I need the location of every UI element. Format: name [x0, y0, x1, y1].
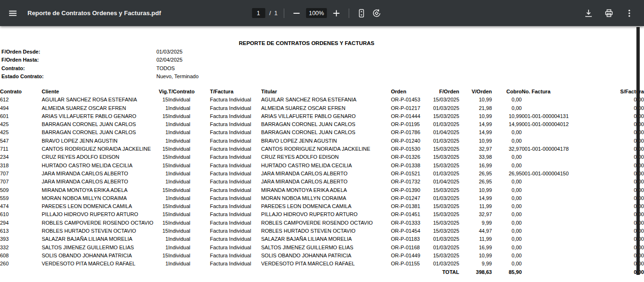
col-t-factura: T/Factura: [210, 88, 261, 96]
filter-row: Contrato: TODOS: [0, 64, 379, 73]
cell-titular: HURTADO CASTRO MELIDA CECILIA: [261, 162, 391, 170]
zoom-level-input[interactable]: 100%: [306, 8, 327, 18]
cell-contrato: 612: [0, 96, 42, 104]
cell-titular: MORAN NOBOA MILLYN CORAIMA: [261, 194, 391, 202]
cell-vig: 15: [159, 210, 168, 218]
printer-icon: [604, 9, 614, 18]
cell-v-orden: 10,99: [459, 186, 492, 194]
cell-t-contrato: Individual: [168, 170, 210, 178]
cell-vig: 1: [159, 104, 168, 112]
cell-no-factura: 001-001-000004131: [522, 112, 576, 120]
cell-t-contrato: Individual: [168, 104, 210, 112]
cell-contrato: 474: [0, 202, 42, 210]
cell-vig: 1: [159, 194, 168, 202]
cell-orden: OR-P-01449: [391, 252, 433, 260]
cell-s-factura: 0,00: [576, 210, 644, 218]
cell-orden: OR-P-01453: [391, 96, 433, 104]
cell-t-contrato: Individual: [168, 235, 210, 243]
more-options-button[interactable]: [622, 6, 636, 20]
cell-titular: MIRANDA MONTOYA ERIKA ADELA: [261, 186, 391, 194]
cell-f-orden: 15/03/2025: [433, 112, 459, 120]
cell-vig: 1: [159, 260, 168, 268]
cell-t-factura: Factura Individual: [210, 153, 261, 161]
cell-t-factura: Factura Individual: [210, 210, 261, 218]
cell-s-factura: 0,00: [576, 252, 644, 260]
cell-f-orden: 01/03/2025: [433, 235, 459, 243]
cell-s-factura: 0,00: [576, 227, 644, 235]
cell-v-orden: 9,99: [459, 260, 492, 268]
table-row: 474PAREDES LEON DOMENICA CAMILA15Individ…: [0, 202, 644, 210]
cell-orden: OR-P-01326: [391, 153, 433, 161]
cell-vig: 15: [159, 145, 168, 153]
col-orden: Orden: [391, 88, 433, 96]
cell-vig: 15: [159, 186, 168, 194]
cell-vig: 1: [159, 235, 168, 243]
col-s-factura: S/Factura: [576, 88, 644, 96]
zoom-out-button[interactable]: [290, 7, 303, 19]
cell-v-orden: 21,98: [459, 104, 492, 112]
menu-button[interactable]: [6, 6, 20, 20]
cell-titular: SALAZAR BAJAÑA LILIANA MORELIA: [261, 235, 391, 243]
cell-vig: 1: [159, 137, 168, 145]
cell-t-factura: Factura Individual: [210, 170, 261, 178]
cell-cliente: CANTOS RODRIGUEZ NORAIDA JACKELINE: [42, 145, 159, 153]
cell-t-contrato: Individual: [168, 227, 210, 235]
cell-orden: OR-P-01451: [391, 210, 433, 218]
cell-orden: OR-P-01444: [391, 112, 433, 120]
cell-cobro: 0,00: [492, 235, 522, 243]
vertical-scrollbar[interactable]: [636, 27, 640, 275]
table-row: 612AGUILAR SANCHEZ ROSA ESTEFANIA15Indiv…: [0, 96, 644, 104]
cell-titular: VERDESOTO PITA MARCELO RAFAEL: [261, 260, 391, 268]
pdf-page: REPORTE DE CONTRATOS ORDENES Y FACTURAS …: [0, 27, 644, 282]
total-label: TOTAL: [433, 268, 459, 276]
cell-cobro: 26,95: [492, 170, 522, 178]
table-row: 294ROBLES CAMPOVERDE ROSENDO OCTAVIO15In…: [0, 219, 644, 227]
plus-icon: [332, 9, 341, 18]
fit-to-page-icon: [357, 9, 366, 18]
cell-f-orden: 15/03/2025: [433, 96, 459, 104]
zoom-in-button[interactable]: [330, 7, 343, 19]
cell-cliente: ALMEIDA SUAREZ OSCAR EFREN: [42, 104, 159, 112]
filter-value: TODOS: [156, 64, 175, 73]
cell-v-orden: 16,99: [459, 162, 492, 170]
cell-v-orden: 14,99: [459, 120, 492, 128]
cell-cliente: SOLIS OBANDO JOHANNA PATRICIA: [42, 252, 159, 260]
cell-cobro: 0,00: [492, 186, 522, 194]
cell-no-factura: [522, 137, 576, 145]
cell-no-factura: [522, 128, 576, 136]
toolbar-left: Reporte de Contratos Ordenes y Facturas.…: [0, 6, 161, 20]
filter-value: 02/04/2025: [156, 56, 182, 64]
table-row: 547BRAVO LOPEZ JENN AGUSTIN1IndividualFa…: [0, 137, 644, 145]
cell-s-factura: 0,00: [576, 137, 644, 145]
cell-s-factura: 0,00: [576, 96, 644, 104]
filter-value: 01/03/2025: [156, 48, 182, 56]
table-row: 707JARA MIRANDA CARLOS ALBERTO1Individua…: [0, 170, 644, 178]
cell-cliente: MORAN NOBOA MILLYN CORAIMA: [42, 194, 159, 202]
cell-f-orden: 15/03/2025: [433, 202, 459, 210]
rotate-button[interactable]: [371, 7, 383, 19]
download-button[interactable]: [581, 6, 596, 20]
cell-t-factura: Factura Individual: [210, 137, 261, 145]
cell-contrato: 711: [0, 145, 42, 153]
cell-cobro: 0,00: [492, 227, 522, 235]
cell-s-factura: 0,00: [576, 244, 644, 252]
cell-cobro: 0,00: [492, 260, 522, 268]
document-filename: Reporte de Contratos Ordenes y Facturas.…: [27, 9, 161, 17]
cell-cobro: 0,00: [492, 153, 522, 161]
cell-cobro: 0,00: [492, 96, 522, 104]
cell-contrato: 601: [0, 112, 42, 120]
page-number-input[interactable]: 1: [252, 8, 265, 18]
cell-f-orden: 01/03/2025: [433, 104, 459, 112]
cell-orden: OR-P-01155: [391, 260, 433, 268]
print-button[interactable]: [602, 6, 616, 20]
cell-v-orden: 14,99: [459, 194, 492, 202]
filter-label: Estado Contrato:: [1, 73, 44, 81]
cell-contrato: 494: [0, 104, 42, 112]
col-v-orden: V/Orden: [459, 88, 492, 96]
cell-titular: BARRAGAN CORONEL JUAN CARLOS: [261, 120, 391, 128]
cell-v-orden: 9,99: [459, 219, 492, 227]
table-header-row: Contrato Cliente Vig. T/Contrato T/Factu…: [0, 88, 644, 96]
cell-no-factura: 001-001-000004178: [522, 145, 576, 153]
cell-t-factura: Factura Individual: [210, 252, 261, 260]
fit-to-page-button[interactable]: [355, 7, 368, 19]
